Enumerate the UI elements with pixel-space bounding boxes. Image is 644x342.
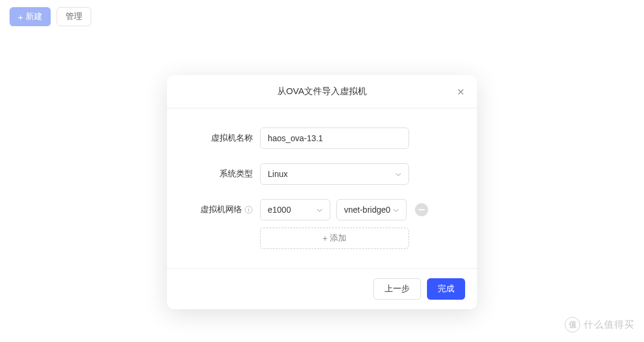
modal-body: 虚拟机名称 系统类型 Linux 虚拟机网络 [167,108,477,268]
modal-title: 从OVA文件导入虚拟机 [277,86,367,97]
svg-rect-2 [248,209,249,212]
new-button[interactable]: + 新建 [10,7,51,26]
modal-footer: 上一步 完成 [167,268,477,309]
chevron-down-icon [395,170,401,178]
network-type-select[interactable]: e1000 [260,199,330,220]
remove-network-button[interactable] [415,203,428,216]
prev-button[interactable]: 上一步 [373,278,421,300]
plus-icon: + [323,234,327,243]
vm-name-label: 虚拟机名称 [188,133,260,144]
watermark: 值 什么值得买 [565,317,634,332]
vm-network-row: 虚拟机网络 e1000 vnet-bridge0 [188,199,456,220]
close-icon: ✕ [457,86,465,98]
chevron-down-icon [393,206,399,214]
network-bridge-select[interactable]: vnet-bridge0 [336,199,407,220]
os-type-select[interactable]: Linux [260,163,409,185]
watermark-text: 什么值得买 [584,319,634,331]
info-icon[interactable] [244,206,253,214]
network-bridge-value: vnet-bridge0 [344,205,391,214]
add-label: 添加 [330,233,346,244]
os-type-label: 系统类型 [188,169,260,179]
close-button[interactable]: ✕ [454,86,466,98]
import-ova-modal: 从OVA文件导入虚拟机 ✕ 虚拟机名称 系统类型 Linux [167,75,477,309]
new-button-label: 新建 [26,11,42,22]
watermark-icon: 值 [565,317,580,332]
chevron-down-icon [317,206,323,214]
manage-button-label: 管理 [66,11,82,22]
vm-network-label: 虚拟机网络 [188,204,260,215]
svg-point-1 [248,207,249,209]
vm-name-input[interactable] [260,128,409,149]
manage-button[interactable]: 管理 [57,7,91,26]
os-type-value: Linux [268,169,287,179]
network-type-value: e1000 [268,205,291,214]
finish-button[interactable]: 完成 [427,278,465,300]
vm-name-row: 虚拟机名称 [188,128,456,149]
os-type-row: 系统类型 Linux [188,163,456,185]
plus-icon: + [18,13,23,21]
modal-header: 从OVA文件导入虚拟机 ✕ [167,75,477,108]
minus-icon [419,209,425,210]
add-network-button[interactable]: + 添加 [260,228,409,249]
